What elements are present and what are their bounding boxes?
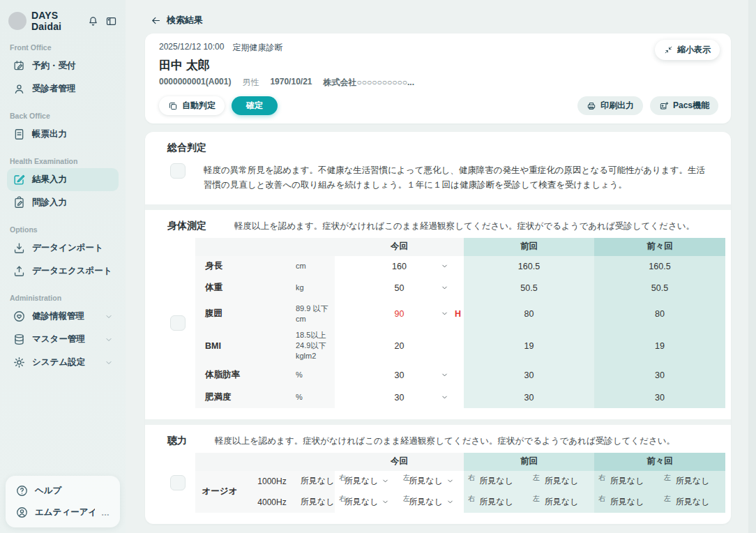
hearing-checkbox[interactable] [170,475,186,490]
action-button-row: 自動判定 確定 印刷出力 Pacs機能 [159,96,718,115]
sidebar-item-master-admin[interactable]: マスター管理 [7,328,119,351]
audio-4000-previous-left: 左 所見なし [529,492,594,513]
weight-current-select[interactable]: 50 [335,277,464,299]
chevron-down-icon [446,498,454,506]
sidebar-item-interview-entry[interactable]: 問診入力 [7,191,119,214]
sidebar-item-label: 健診情報管理 [32,310,84,322]
patient-header-card: 2025/12/12 10:00 定期健康診断 縮小表示 田中 太郎 00000… [145,33,731,123]
row-unit: % [293,387,335,408]
column-header-current: 今回 [335,453,464,471]
exam-datetime-row: 2025/12/12 10:00 定期健康診断 [159,42,718,54]
help-label: ヘルプ [35,485,61,497]
hearing-comment: 軽度以上を認めます。症状がなければこのまま経過観察してください。症状がでるようで… [215,435,675,447]
collapse-label: 縮小表示 [677,44,711,56]
chevron-down-icon [381,498,389,506]
audio-4000-current-right-select[interactable]: 右 所見なし [335,492,399,513]
heart-badge-icon [13,310,26,323]
back-to-search-link[interactable]: 検索結果 [126,0,203,27]
column-header-before-previous: 前々回 [594,453,725,471]
sidebar-item-label: マスター管理 [32,333,85,345]
edit-square-icon [13,173,26,186]
app-title: DAYS Daidai [31,10,81,32]
chevron-down-icon [441,262,448,270]
sidebar-item-system-settings[interactable]: システム設定 [7,351,119,374]
row-unit: 18.5以上 24.9以下 kglm2 [293,329,335,363]
row-unit: % [293,363,335,387]
upload-icon [13,264,26,278]
high-flag: H [455,309,461,319]
patient-company: 株式会社○○○○○○○○○○... [323,77,414,89]
obesity-previous: 30 [464,387,594,408]
exam-datetime: 2025/12/12 10:00 [159,42,224,54]
overall-judgement-checkbox[interactable] [170,163,186,179]
avatar[interactable] [8,12,27,30]
print-button[interactable]: 印刷出力 [577,96,643,115]
sidebar-item-report-output[interactable]: 帳票出力 [7,123,119,146]
audio-1000-previous-left: 左 所見なし [529,471,594,492]
bmi-before-previous: 19 [594,329,725,363]
audio-1000-current-left-select[interactable]: 左 所見なし [399,471,464,492]
weight-previous: 50.5 [464,277,594,299]
auto-judge-icon [168,101,178,111]
sidebar-item-exam-info-admin[interactable]: 健診情報管理 [7,305,119,328]
audio-4000-current-left-select[interactable]: 左 所見なし [399,492,464,513]
sidebar-item-result-entry[interactable]: 結果入力 [7,168,119,191]
audio-row-label: オージオ [195,471,244,513]
chevron-down-icon [441,284,448,292]
chevron-down-icon [441,371,448,379]
pacs-button[interactable]: Pacs機能 [650,96,718,115]
body-fat-current-select[interactable]: 30 [335,363,464,387]
obesity-before-previous: 30 [594,387,725,408]
bmi-current: 20 [335,329,464,363]
sidebar-item-label: 予約・受付 [32,60,76,72]
body-fat-before-previous: 30 [594,363,725,387]
height-current-select[interactable]: 160 [335,256,464,277]
audio-1000-current-right-select[interactable]: 右 所見なし [335,471,399,492]
sidebar-section-administration: Administration [10,294,116,302]
chevron-down-icon [446,477,454,485]
auto-judge-button[interactable]: 自動判定 [159,96,225,115]
sidebar-item-data-import[interactable]: データインポート [7,237,119,260]
body-fat-previous: 30 [464,363,594,387]
main-area: 検索結果 2025/12/12 10:00 定期健康診断 縮小表示 田中 太郎 … [126,0,756,533]
sidebar-section-options: Options [10,225,116,234]
confirm-button[interactable]: 確定 [232,96,278,115]
person-icon [13,82,26,96]
sidebar-toggle-icon[interactable] [105,15,117,27]
auto-judge-label: 自動判定 [182,100,216,112]
body-measurement-title: 身体測定 [167,220,206,232]
help-button[interactable]: ヘルプ [10,480,116,502]
bell-icon[interactable] [87,15,99,27]
hearing-table: 今回 前回 前々回 オージオ 1000Hz 所見なし 右 所見なし 左 所見なし [195,453,725,513]
account-icon [15,506,29,519]
patient-name: 田中 太郎 [159,57,718,73]
row-unit: kg [293,277,335,299]
audio-frequency: 4000Hz [244,492,300,513]
right-button-group: 印刷出力 Pacs機能 [577,96,718,115]
row-unit: cm [293,256,335,277]
clipboard-pencil-icon [13,196,26,209]
calendar-pencil-icon [13,59,26,73]
database-icon [13,333,26,346]
audio-1000-previous-right: 右 所見なし [464,471,529,492]
vertical-scrollbar[interactable] [748,0,756,533]
chevron-down-icon [441,393,448,401]
patient-sex: 男性 [242,77,259,89]
row-label: 体脂肪率 [195,363,293,387]
chevron-down-icon [105,359,113,367]
waist-current-select[interactable]: 90 H [335,299,464,329]
sidebar-item-reservation[interactable]: 予約・受付 [7,54,119,77]
body-measurement-checkbox[interactable] [170,315,186,331]
obesity-current-select[interactable]: 30 [335,387,464,408]
account-button[interactable]: エムティーアイシス… … [10,502,116,523]
sidebar-header: DAYS Daidai [7,10,119,32]
sidebar-item-patients[interactable]: 受診者管理 [7,77,119,100]
sidebar-item-label: データインポート [32,242,103,254]
collapse-icon [664,45,673,54]
sidebar-section-back-office: Back Office [10,112,116,120]
audio-4000-previous-right: 右 所見なし [464,492,529,513]
more-icon[interactable]: … [101,508,110,518]
sidebar-item-data-export[interactable]: データエクスポート [7,260,119,283]
collapse-view-button[interactable]: 縮小表示 [655,40,720,60]
sidebar-section-front-office: Front Office [10,43,116,52]
